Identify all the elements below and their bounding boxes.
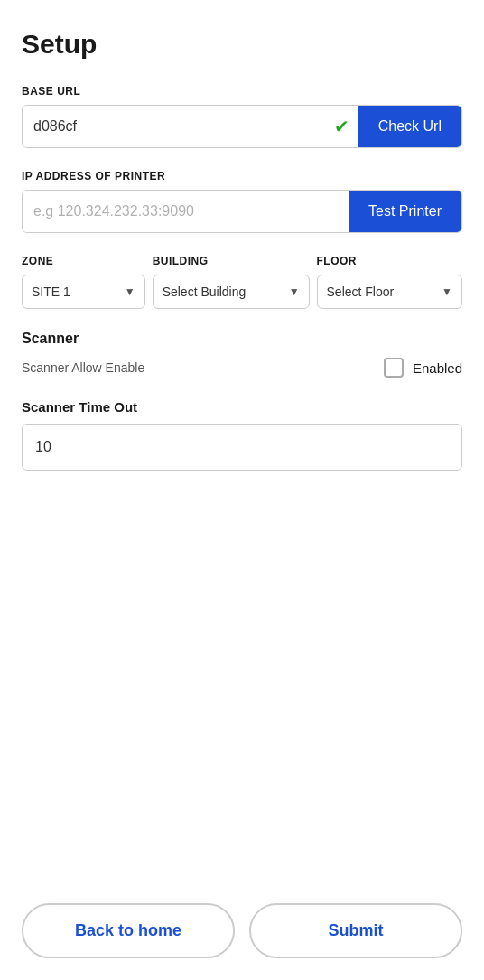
test-printer-button[interactable]: Test Printer [349, 191, 461, 232]
building-select-wrapper[interactable]: Select Building Building A Building B ▼ [153, 275, 310, 309]
ip-address-label: IP ADDRESS OF PRINTER [22, 170, 462, 182]
floor-field-group: FLOOR Select Floor Floor 1 Floor 2 Floor… [317, 255, 462, 309]
scanner-section-title: Scanner [22, 331, 462, 347]
check-icon: ✔ [325, 106, 358, 147]
zone-dropdown-arrow: ▼ [125, 285, 135, 298]
floor-select[interactable]: Select Floor Floor 1 Floor 2 Floor 3 [327, 285, 442, 299]
floor-dropdown-arrow: ▼ [442, 285, 452, 298]
building-field-group: BUILDING Select Building Building A Buil… [153, 255, 310, 309]
scanner-timeout-label: Scanner Time Out [22, 399, 462, 415]
enabled-group: Enabled [384, 358, 462, 378]
page-container: Setup BASE URL ✔ Check Url IP ADDRESS OF… [0, 0, 484, 980]
scanner-timeout-input[interactable] [22, 424, 462, 471]
submit-button[interactable]: Submit [249, 903, 462, 958]
floor-select-wrapper[interactable]: Select Floor Floor 1 Floor 2 Floor 3 ▼ [317, 275, 462, 309]
base-url-row: ✔ Check Url [22, 105, 462, 148]
spacer [22, 471, 462, 867]
back-to-home-button[interactable]: Back to home [22, 903, 235, 958]
scanner-allow-label: Scanner Allow Enable [22, 360, 144, 375]
bottom-buttons: Back to home Submit [22, 889, 462, 958]
page-title: Setup [22, 29, 462, 60]
zone-select[interactable]: SITE 1 SITE 2 SITE 3 [32, 285, 125, 299]
check-url-button[interactable]: Check Url [358, 106, 461, 147]
base-url-label: BASE URL [22, 85, 462, 98]
enabled-label: Enabled [413, 360, 462, 376]
ip-address-input[interactable] [23, 191, 349, 232]
base-url-input[interactable] [23, 106, 325, 147]
scanner-section: Scanner Scanner Allow Enable Enabled Sca… [22, 331, 462, 471]
zone-label: ZONE [22, 255, 145, 267]
zone-building-floor-row: ZONE SITE 1 SITE 2 SITE 3 ▼ BUILDING Sel… [22, 255, 462, 309]
floor-label: FLOOR [317, 255, 462, 267]
building-label: BUILDING [153, 255, 310, 267]
building-select[interactable]: Select Building Building A Building B [163, 285, 289, 299]
scanner-allow-row: Scanner Allow Enable Enabled [22, 358, 462, 378]
ip-address-row: Test Printer [22, 190, 462, 233]
zone-field-group: ZONE SITE 1 SITE 2 SITE 3 ▼ [22, 255, 145, 309]
zone-select-wrapper[interactable]: SITE 1 SITE 2 SITE 3 ▼ [22, 275, 145, 309]
building-dropdown-arrow: ▼ [289, 285, 300, 298]
scanner-enabled-checkbox[interactable] [384, 358, 404, 378]
